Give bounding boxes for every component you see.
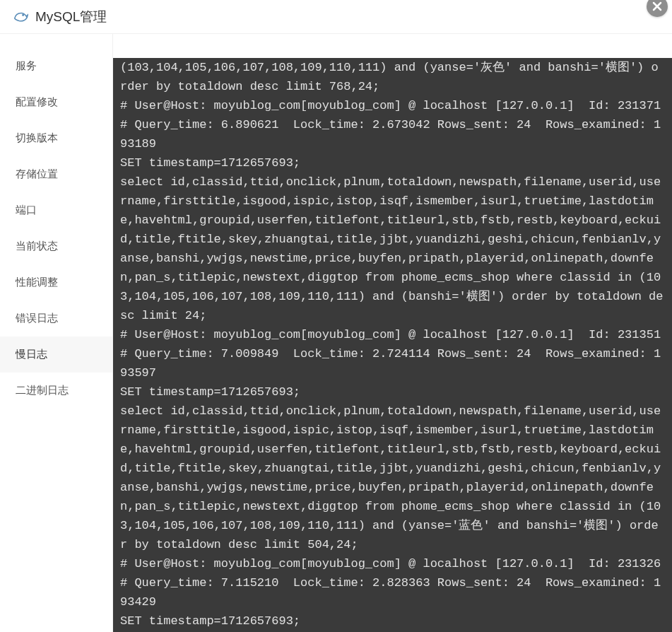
- log-line: SET timestamp=1712657693;: [120, 611, 665, 631]
- sidebar-item-label: 性能调整: [16, 276, 58, 288]
- sidebar-item-port[interactable]: 端口: [0, 192, 112, 228]
- sidebar-item-binary-log[interactable]: 二进制日志: [0, 373, 112, 409]
- content: (103,104,105,106,107,108,109,110,111) an…: [113, 34, 672, 632]
- sidebar-item-label: 慢日志: [16, 348, 47, 360]
- sidebar-item-status[interactable]: 当前状态: [0, 228, 112, 264]
- sidebar-item-switch-version[interactable]: 切换版本: [0, 120, 112, 156]
- sidebar-item-service[interactable]: 服务: [0, 48, 112, 84]
- sidebar-item-performance[interactable]: 性能调整: [0, 264, 112, 300]
- log-line: # User@Host: moyublog_com[moyublog_com] …: [120, 325, 665, 344]
- log-line: (103,104,105,106,107,108,109,110,111) an…: [120, 58, 665, 96]
- log-line: # Query_time: 7.115210 Lock_time: 2.8283…: [120, 573, 665, 611]
- sidebar-item-label: 错误日志: [16, 312, 58, 324]
- sidebar-item-label: 二进制日志: [16, 384, 69, 396]
- sidebar-item-slow-log[interactable]: 慢日志: [0, 337, 112, 373]
- header: MySQL管理: [0, 0, 672, 34]
- log-line: select id,classid,ttid,onclick,plnum,tot…: [120, 172, 665, 325]
- close-icon: [652, 1, 662, 11]
- log-line: select id,classid,ttid,onclick,plnum,tot…: [120, 402, 665, 554]
- sidebar-item-label: 配置修改: [16, 95, 58, 107]
- mysql-dolphin-icon: [13, 9, 28, 25]
- svg-point-2: [23, 14, 23, 15]
- log-line: # User@Host: moyublog_com[moyublog_com] …: [120, 96, 665, 115]
- log-line: SET timestamp=1712657693;: [120, 382, 665, 402]
- main: 服务 配置修改 切换版本 存储位置 端口 当前状态 性能调整 错误日志 慢日志 …: [0, 34, 672, 632]
- sidebar-item-label: 服务: [16, 59, 37, 71]
- sidebar-item-config[interactable]: 配置修改: [0, 84, 112, 120]
- log-line: # Query_time: 7.009849 Lock_time: 2.7241…: [120, 344, 665, 382]
- sidebar-item-error-log[interactable]: 错误日志: [0, 300, 112, 337]
- log-line: # User@Host: moyublog_com[moyublog_com] …: [120, 554, 665, 573]
- sidebar: 服务 配置修改 切换版本 存储位置 端口 当前状态 性能调整 错误日志 慢日志 …: [0, 34, 113, 632]
- log-line: SET timestamp=1712657693;: [120, 153, 665, 172]
- slow-log-output[interactable]: (103,104,105,106,107,108,109,110,111) an…: [113, 58, 672, 632]
- log-line: # Query_time: 6.890621 Lock_time: 2.6730…: [120, 115, 665, 153]
- sidebar-item-label: 当前状态: [16, 240, 58, 252]
- sidebar-item-label: 存储位置: [16, 168, 58, 180]
- page-title: MySQL管理: [35, 8, 107, 26]
- sidebar-item-label: 端口: [16, 204, 37, 216]
- sidebar-item-storage[interactable]: 存储位置: [0, 156, 112, 192]
- sidebar-item-label: 切换版本: [16, 131, 58, 144]
